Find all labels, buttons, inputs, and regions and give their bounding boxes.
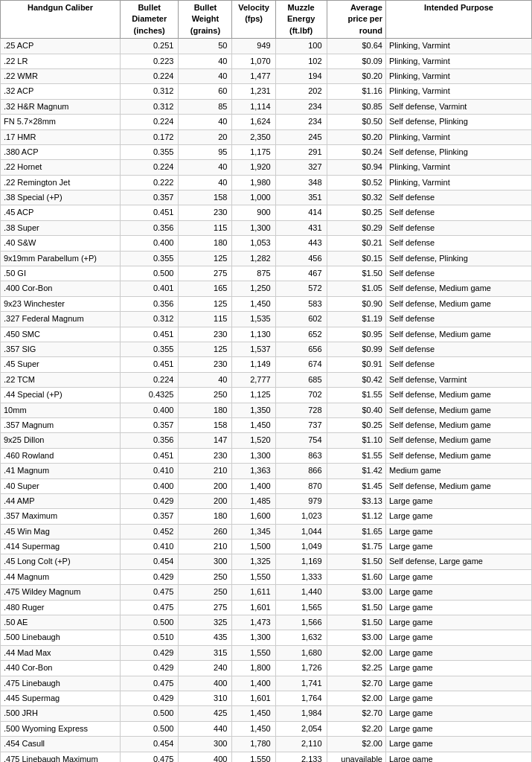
cell-1: 0.355 (121, 251, 179, 266)
cell-3: 1,450 (232, 296, 275, 311)
cell-1: 0.500 (121, 721, 179, 736)
table-body: .25 ACP0.25150949100$0.64Plinking, Varmi… (1, 39, 532, 762)
cell-0: .38 Special (+P) (1, 190, 121, 205)
cell-5: $0.24 (327, 144, 385, 159)
cell-5: $0.85 (327, 99, 385, 114)
table-row: 9x19mm Parabellum (+P)0.3551251,282456$0… (1, 251, 532, 266)
cell-6: Large game (385, 752, 531, 762)
cell-4: 351 (275, 190, 327, 205)
cell-2: 40 (179, 54, 232, 68)
table-row: .40 S&W0.4001801,053443$0.21Self defense (1, 236, 532, 251)
cell-5: $3.00 (327, 585, 385, 600)
cell-5: $1.16 (327, 84, 385, 99)
cell-2: 158 (179, 190, 232, 205)
cell-4: 1,044 (275, 524, 327, 539)
cell-0: .357 Magnum (1, 417, 121, 432)
table-row: .50 GI0.500275875467$1.50Self defense (1, 266, 532, 281)
cell-4: 102 (275, 54, 327, 68)
cell-4: 1,741 (275, 676, 327, 691)
cell-3: 1,780 (232, 737, 275, 752)
table-row: .357 SIG0.3551251,537656$0.99Self defens… (1, 342, 532, 356)
cell-2: 230 (179, 327, 232, 342)
cell-5: $0.90 (327, 296, 385, 311)
cell-6: Plinking, Varmint (385, 160, 531, 175)
cell-2: 325 (179, 615, 232, 630)
cell-2: 115 (179, 220, 232, 235)
cell-3: 949 (232, 39, 275, 54)
cell-2: 210 (179, 464, 232, 478)
cell-6: Plinking, Varmint (385, 39, 531, 54)
cell-6: Self defense, Medium game (385, 478, 531, 493)
cell-5: $0.20 (327, 68, 385, 83)
cell-0: .440 Cor-Bon (1, 661, 121, 676)
cell-5: $0.20 (327, 129, 385, 144)
cell-1: 0.500 (121, 615, 179, 630)
cell-4: 754 (275, 433, 327, 448)
cell-0: .480 Ruger (1, 600, 121, 615)
table-row: .414 Supermag0.4102101,5001,049$1.75Larg… (1, 540, 532, 554)
cell-1: 0.224 (121, 160, 179, 175)
cell-2: 310 (179, 691, 232, 705)
cell-6: Large game (385, 676, 531, 691)
cell-0: .475 Linebaugh Maximum (1, 752, 121, 762)
cell-0: .17 HMR (1, 129, 121, 144)
cell-1: 0.475 (121, 752, 179, 762)
cell-0: FN 5.7×28mm (1, 115, 121, 129)
cell-1: 0.429 (121, 569, 179, 584)
cell-6: Plinking, Varmint (385, 68, 531, 83)
cell-6: Large game (385, 737, 531, 752)
cell-1: 0.451 (121, 327, 179, 342)
table-row: .45 Win Mag0.4522601,3451,044$1.65Large … (1, 524, 532, 539)
cell-6: Large game (385, 585, 531, 600)
cell-6: Self defense, Large game (385, 554, 531, 569)
cell-2: 40 (179, 68, 232, 83)
cell-4: 1,440 (275, 585, 327, 600)
cell-3: 1,070 (232, 54, 275, 68)
cell-1: 0.429 (121, 691, 179, 705)
cell-4: 728 (275, 403, 327, 417)
cell-6: Self defense, Medium game (385, 448, 531, 463)
cell-4: 1,049 (275, 540, 327, 554)
cell-0: .380 ACP (1, 144, 121, 159)
cell-6: Large game (385, 615, 531, 630)
cell-4: 291 (275, 144, 327, 159)
cell-1: 0.312 (121, 84, 179, 99)
cell-0: .475 Linebaugh (1, 676, 121, 691)
cell-4: 234 (275, 115, 327, 129)
cell-1: 0.400 (121, 236, 179, 251)
cell-2: 425 (179, 706, 232, 721)
cell-2: 260 (179, 524, 232, 539)
cell-2: 275 (179, 600, 232, 615)
table-row: .38 Special (+P)0.3571581,000351$0.32Sel… (1, 190, 532, 205)
cell-1: 0.451 (121, 205, 179, 220)
table-row: 10mm0.4001801,350728$0.40Self defense, M… (1, 403, 532, 417)
header-weight: Bullet Weight (grains) (179, 1, 232, 39)
cell-0: .32 H&R Magnum (1, 99, 121, 114)
cell-4: 863 (275, 448, 327, 463)
cell-1: 0.222 (121, 175, 179, 190)
cell-3: 1,053 (232, 236, 275, 251)
cell-6: Self defense (385, 236, 531, 251)
cell-4: 431 (275, 220, 327, 235)
cell-5: $1.45 (327, 478, 385, 493)
cell-5: $0.25 (327, 417, 385, 432)
cell-2: 85 (179, 99, 232, 114)
cell-0: .40 S&W (1, 236, 121, 251)
cell-5: $0.64 (327, 39, 385, 54)
cell-0: .400 Cor-Bon (1, 281, 121, 296)
cell-3: 1,477 (232, 68, 275, 83)
cell-3: 1,535 (232, 312, 275, 327)
cell-2: 230 (179, 448, 232, 463)
cell-2: 230 (179, 205, 232, 220)
cell-3: 2,777 (232, 372, 275, 387)
cell-3: 1,920 (232, 160, 275, 175)
cell-3: 1,550 (232, 645, 275, 660)
cell-1: 0.356 (121, 433, 179, 448)
cell-2: 165 (179, 281, 232, 296)
table-row: .500 JRH0.5004251,4501,984$2.70Large gam… (1, 706, 532, 721)
cell-6: Large game (385, 706, 531, 721)
cell-2: 300 (179, 737, 232, 752)
cell-2: 440 (179, 721, 232, 736)
cell-5: $1.12 (327, 509, 385, 524)
table-row: FN 5.7×28mm0.224401,624234$0.50Self defe… (1, 115, 532, 129)
